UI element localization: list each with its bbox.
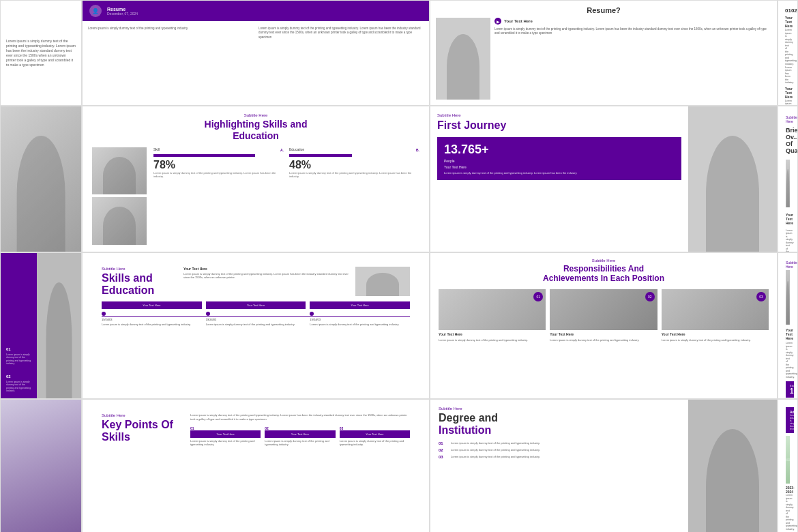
circle-arrow-icon: ▶ [494,18,501,25]
r3c2-photo [355,267,410,296]
r3c2-item1: Your Text Here 19/24/03 Lorem ipsum is s… [102,301,202,326]
main-grid: Lorem ipsum is simply dummy text of the … [0,0,798,532]
slide-r4c3: Subtitle Here Degree and Institution 01 … [430,399,778,532]
slide-r4c2: Subtitle Here Key Points OfSkills Lorem … [82,399,430,532]
r3c1-text2: Lorem ipsum is simply dummy text of the … [6,381,31,393]
r3c2-btn1[interactable]: Your Text Here [102,301,202,309]
slide-r1c3: Resume? ▶ Your Text Here Lorem ipsum is … [430,0,778,106]
r1c4-label2: Your Text Here [785,87,790,99]
r2c4-your-text: Your Text Here [786,213,790,225]
r3c3-grid: 01 Your Text Here Lorem ipsum is simply … [439,289,769,393]
r1c2-body: Lorem ipsum is simply dummy text of the … [83,21,429,105]
r2c2-skill-desc: Lorem ipsum is simply dummy text of the … [153,171,284,178]
r4c3-num3: 03 [439,455,448,459]
r4c3-text1: Lorem ipsum is simply dummy text of the … [451,441,540,445]
slide-r2c2: Subtitle Here Highlighting Skills and Ed… [82,106,430,252]
r1c3-image [436,18,490,100]
r3c3-name3: Your Text Here [662,332,769,336]
r2c2-images [92,147,147,245]
r2c2-skill-item: Skill A. 78% Lorem ipsum is simply dummy… [153,147,284,178]
r1c3-desc: Lorem ipsum is simply dummy text of the … [494,27,771,36]
r2c2-stat-row: Skill A. 78% Lorem ipsum is simply dummy… [153,147,419,178]
r2c4-image [786,160,790,207]
r1c2-date: December, 07, 2024 [107,12,138,16]
r2c2-skill-letter: A. [280,148,284,152]
r2c3-big-number: 13.765+ [444,143,675,157]
slide-r1c2: 👤 Resume December, 07, 2024 Lorem ipsum … [82,0,430,106]
r2c2-skill-bar [153,154,255,157]
r3c3-title-purple: Achievements In Each Position [543,274,664,283]
r3c1-photo [37,253,81,398]
r4c2-item3: 03 Your Text Here Lorem ipsum is simply … [340,426,410,446]
r4c2-subtitle: Subtitle Here [102,413,183,417]
r3c1-text1: Lorem ipsum is simply dummy text of the … [6,353,31,366]
r4c4-address-box: Address. Lorem ipsum is simply dummy tex… [786,407,794,433]
r2c2-title-line1: Highlighting Skills and [205,119,308,130]
r3c3-subtitle: Subtitle Here [439,258,769,263]
r3c3-item3: 03 Your Text Here Lorem ipsum is simply … [662,289,769,393]
r3c3-desc1: Lorem ipsum is simply dummy text of the … [439,338,546,342]
r4c2-btn1[interactable]: Your Text Here [190,430,261,438]
r4c2-btn3[interactable]: Your Text Here [340,430,410,438]
r3c1-layout: 01 Lorem ipsum is simply dummy text of t… [1,253,81,398]
r4c3-subtitle: Subtitle Here [439,407,680,411]
r2c2-img2 [92,197,147,245]
r3c2-date3: 19/24/03 [310,318,321,321]
r2c2-right: Skill A. 78% Lorem ipsum is simply dummy… [153,147,419,245]
r3c2-desc: Lorem ipsum is simply dummy text of the … [183,272,349,279]
r2c2-title: Highlighting Skills and Education [92,119,419,142]
slide-r1c1: Lorem ipsum is simply dummy text of the … [0,0,82,106]
slide-r3c2: Subtitle Here Skills andEducation Your T… [82,252,430,399]
r4c2-left: Subtitle Here Key Points OfSkills [102,413,183,531]
r4c1-photo [1,400,81,532]
r4c3-title: Degree and Institution [439,412,680,436]
r4c3-left: Subtitle Here Degree and Institution 01 … [430,400,688,532]
r2c3-left: Subtitle Here First Journey 13.765+ Peop… [430,106,688,252]
r4c2-title: Key Points OfSkills [102,419,183,443]
r2c2-skill-label: Skill [153,147,160,151]
r2c3-your-text: Your Text Here [444,165,675,169]
r2c2-edu-letter: B. [416,148,419,152]
r4c3-num1: 01 [439,441,448,445]
r1c2-name: Resume [107,7,138,12]
r3c2-title: Skills andEducation [102,272,177,296]
r3c2-item3: Your Text Here 19/24/03 Lorem ipsum is s… [310,301,410,326]
slide-r4c1: Your Text Here 02 Your Text Here 03 [0,399,82,532]
svg-rect-0 [786,458,790,461]
r4c3-text2: Lorem ipsum is simply dummy text of the … [451,448,540,452]
slide-r1c4: 01 02 Your Text Here Lorem ipsum is simp… [778,0,798,106]
r3c2-inner: Subtitle Here Skills andEducation Your T… [92,260,419,391]
r3c2-desc3: Lorem ipsum is simply dummy text of the … [310,323,399,326]
r3c2-your-text: Your Text Here [183,267,349,271]
r4c2-item2: 02 Your Text Here Lorem ipsum is simply … [265,426,335,446]
r2c1-photo [1,106,81,252]
timeline-line [102,316,410,317]
r3c4-image [786,270,790,325]
r3c2-btn2[interactable]: Your Text Here [206,301,306,309]
r2c2-stats: Skill A. 78% Lorem ipsum is simply dummy… [92,147,419,245]
r3c1-purple: 01 Lorem ipsum is simply dummy text of t… [1,253,37,398]
r3c2-top: Subtitle Here Skills andEducation Your T… [102,267,410,296]
r2c3-stat-box: 13.765+ People Your Text Here Lorem ipsu… [437,137,681,180]
r2c2-skill-pct: 78% [153,159,284,171]
r3c2-btn3[interactable]: Your Text Here [310,301,410,309]
r4c3-text3: Lorem ipsum is simply dummy text of the … [451,455,540,458]
r2c4-desc: Lorem ipsum is simply dummy text of the … [786,229,790,252]
r3c2-desc2: Lorem ipsum is simply dummy text of the … [206,323,295,326]
r3c3-title: Responsibilities And Achievements In Eac… [439,264,769,284]
r4c2-btn2[interactable]: Your Text Here [265,430,335,438]
r2c2-edu-item: Education B. 48% Lorem ipsum is simply d… [289,147,419,178]
r1c2-header: 👤 Resume December, 07, 2024 [83,1,429,21]
r3c1-tag2: 02 [6,374,11,379]
r4c2-desc: Lorem ipsum is simply dummy text of the … [190,413,410,421]
r1c3-title: Resume? [436,6,771,14]
r2c3-desc: Lorem ipsum is simply dummy text of the … [444,171,675,175]
r1c3-content: ▶ Your Text Here Lorem ipsum is simply d… [436,18,771,100]
r3c3-img1: 01 [439,289,546,330]
r4c1-content: Your Text Here 02 Your Text Here 03 [1,400,81,532]
r1c1-text: Lorem ipsum is simply dummy text of the … [6,39,76,68]
r4c2-item2-desc: Lorem ipsum is simply dummy text of the … [265,439,335,446]
r3c2-item2: Your Text Here 19/24/03 Lorem ipsum is s… [206,301,306,326]
r4c2-items: 01 Your Text Here Lorem ipsum is simply … [190,426,410,446]
r1c3-your-text-row: ▶ Your Text Here [494,18,771,25]
